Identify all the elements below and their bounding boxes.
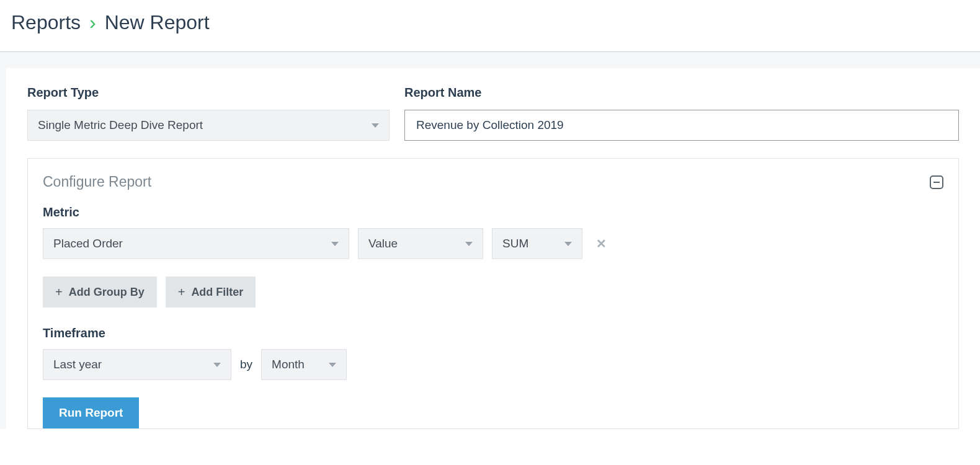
- report-name-input[interactable]: [404, 110, 959, 141]
- plus-icon: +: [55, 285, 63, 299]
- metric-label: Metric: [43, 205, 943, 219]
- metric-value: Placed Order: [53, 237, 123, 250]
- report-name-label: Report Name: [404, 86, 959, 100]
- breadcrumb-separator-icon: ›: [89, 11, 96, 34]
- run-report-button[interactable]: Run Report: [43, 397, 139, 428]
- by-label: by: [240, 358, 252, 371]
- chevron-down-icon: [213, 363, 221, 367]
- timeframe-select[interactable]: Last year: [43, 349, 231, 380]
- metric-aggregation-select[interactable]: SUM: [492, 228, 582, 259]
- report-type-label: Report Type: [27, 86, 390, 100]
- plus-icon: +: [178, 285, 185, 299]
- add-filter-label: Add Filter: [191, 286, 243, 299]
- minus-icon: [933, 182, 940, 183]
- interval-value: Month: [272, 358, 305, 371]
- breadcrumb-current: New Report: [105, 11, 210, 34]
- breadcrumb-root[interactable]: Reports: [11, 11, 81, 34]
- timeframe-label: Timeframe: [43, 326, 943, 340]
- chevron-down-icon: [564, 242, 572, 246]
- clear-metric-icon[interactable]: ✕: [591, 236, 612, 251]
- chevron-down-icon: [331, 242, 339, 246]
- metric-field-value: Value: [368, 237, 398, 250]
- metric-field-select[interactable]: Value: [358, 228, 483, 259]
- add-group-by-label: Add Group By: [69, 286, 145, 299]
- add-filter-button[interactable]: + Add Filter: [166, 277, 256, 308]
- timeframe-value: Last year: [53, 358, 102, 371]
- chevron-down-icon: [465, 242, 473, 246]
- chevron-down-icon: [329, 363, 336, 367]
- breadcrumb: Reports › New Report: [11, 11, 969, 34]
- metric-select[interactable]: Placed Order: [43, 228, 349, 259]
- interval-select[interactable]: Month: [261, 349, 347, 380]
- configure-report-title: Configure Report: [43, 174, 151, 190]
- report-type-select[interactable]: Single Metric Deep Dive Report: [27, 110, 390, 141]
- metric-aggregation-value: SUM: [502, 237, 528, 250]
- chevron-down-icon: [372, 123, 379, 128]
- collapse-button[interactable]: [930, 175, 943, 189]
- add-group-by-button[interactable]: + Add Group By: [43, 277, 157, 308]
- configure-report-panel: Configure Report Metric Placed Order Val…: [27, 158, 959, 429]
- report-type-value: Single Metric Deep Dive Report: [38, 118, 203, 132]
- report-card: Report Type Single Metric Deep Dive Repo…: [6, 68, 980, 429]
